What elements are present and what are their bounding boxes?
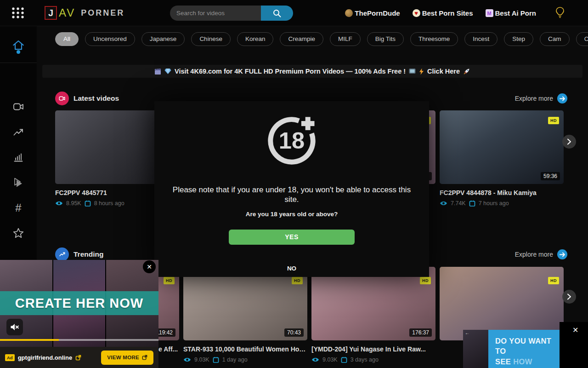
grid-dots (11, 6, 25, 19)
arrow-right-icon (557, 249, 567, 259)
link-best-porn-sites[interactable]: ♥ Best Porn Sites (413, 9, 473, 17)
link-theporndude[interactable]: ThePornDude (345, 9, 400, 17)
video-duration: 70:43 (284, 328, 304, 337)
upload-age: 8 hours ago (94, 200, 124, 207)
chip-big-tits[interactable]: Big Tits (367, 32, 404, 46)
link-label: Best Porn Sites (422, 9, 473, 17)
site-logo[interactable]: J AV PORNER (45, 6, 124, 20)
view-count: 9.03K (194, 356, 209, 363)
search-button[interactable] (261, 6, 293, 21)
section-title: Latest videos (74, 94, 119, 103)
sidebar-item-player[interactable] (0, 173, 37, 192)
ad-right-text: DO YOU WANT TO SEE HOW (488, 330, 560, 368)
video-title[interactable]: [YMDD-204] Yui Nagase In Live Raw... (311, 345, 435, 353)
header: J AV PORNER ThePornDude ♥ Best Porn Site… (0, 0, 588, 26)
clapperboard-icon (154, 68, 161, 75)
purple-m-icon: M (486, 9, 493, 17)
chip-all[interactable]: All (55, 32, 79, 46)
video-thumbnail[interactable]: HD 59:36 (440, 110, 564, 184)
banner-cta: Click Here (427, 68, 460, 75)
video-camera-icon (58, 95, 66, 102)
video-duration: 59:36 (541, 172, 560, 180)
latest-explore-more[interactable]: Explore more (515, 91, 567, 106)
hd-badge: HD (548, 277, 559, 284)
yes-button[interactable]: YES (229, 230, 355, 245)
chip-chinese[interactable]: Chinese (191, 32, 231, 46)
trending-next-arrow[interactable] (562, 290, 576, 304)
ad-right-close-button[interactable]: ✕ (572, 326, 578, 334)
video-ad-overlay: CREATE HER NOW ✕ Ad gptgirlfriend.online (0, 260, 158, 368)
latest-next-arrow[interactable] (562, 135, 576, 149)
video-title[interactable]: STAR-933 10,000 Beautiful Women Honj... (183, 345, 307, 353)
ad-progress-fill (0, 339, 59, 341)
sidebar-item-tags[interactable]: # (0, 199, 37, 218)
ad-right-backdrop: ✕ (560, 322, 588, 368)
play-icon (12, 177, 24, 189)
age-verification-modal: 18 Please note that if you are under 18,… (154, 101, 429, 277)
chip-uncensored[interactable]: Uncensored (85, 32, 135, 46)
video-camera-icon (12, 101, 24, 112)
video-card[interactable]: HD (440, 267, 564, 340)
ad-info-bar: Ad gptgirlfriend.online VIEW MORE (0, 347, 158, 368)
ad-close-button[interactable]: ✕ (143, 260, 156, 273)
ad-tag-badge: Ad (5, 354, 15, 361)
link-best-ai-porn[interactable]: M Best Ai Porn (486, 9, 536, 17)
search-input[interactable] (170, 6, 261, 21)
video-thumbnail[interactable]: HD 70:43 (183, 267, 307, 340)
age-gate-question: Are you 18 years old or above? (154, 211, 429, 218)
porndude-face-icon (345, 9, 353, 17)
video-title[interactable]: FC2PPV 4844878 - Miku Kamiya (440, 189, 564, 196)
latest-videos-header: Latest videos (55, 91, 119, 106)
trending-explore-more[interactable]: Explore more (515, 247, 567, 262)
apps-grid-icon[interactable] (11, 6, 25, 19)
chip-incest[interactable]: Incest (464, 32, 498, 46)
trending-icon (55, 247, 69, 261)
video-card[interactable]: HD 176:37 [YMDD-204] Yui Nagase In Live … (311, 267, 435, 363)
chip-korean[interactable]: Korean (237, 32, 274, 46)
promo-banner[interactable]: Visit 4K69.com for 4K FULL HD Premium Po… (42, 65, 582, 78)
bottom-right-ad[interactable]: ← DO YOU WANT TO SEE HOW (463, 330, 560, 368)
chip-milf[interactable]: MILF (330, 32, 361, 46)
video-thumbnail[interactable]: HD (440, 267, 564, 340)
ad-banner-band[interactable]: CREATE HER NOW (0, 291, 158, 315)
tv-icon (409, 68, 416, 75)
link-label: Best Ai Porn (495, 9, 536, 17)
search-icon (272, 9, 282, 18)
sidebar-item-videos[interactable] (0, 98, 37, 116)
chip-creampie[interactable]: Creampie (280, 32, 323, 46)
gem-icon (164, 68, 171, 75)
ad-progress-bar[interactable] (0, 339, 158, 341)
chip-other[interactable]: Other (576, 32, 588, 46)
sidebar-item-favorites[interactable] (0, 224, 37, 242)
link-label: ThePornDude (355, 9, 400, 17)
ad-domain-group[interactable]: Ad gptgirlfriend.online (5, 354, 81, 361)
chip-threesome[interactable]: Threesome (410, 32, 458, 46)
video-thumbnail[interactable]: HD 176:37 (311, 267, 435, 340)
sidebar-item-trending[interactable] (0, 123, 37, 142)
chip-japanese[interactable]: Japanese (141, 32, 185, 46)
external-link-icon (142, 355, 147, 360)
home-icon (11, 39, 25, 51)
lightbulb-icon[interactable] (555, 6, 565, 20)
hashtag-icon: # (12, 202, 24, 215)
calendar-icon (341, 356, 347, 363)
view-count: 8.95K (66, 200, 81, 207)
banner-text: Visit 4K69.com for 4K FULL HD Premium Po… (175, 68, 406, 75)
hd-badge: HD (164, 277, 175, 284)
logo-porner: PORNER (81, 8, 124, 18)
no-button[interactable]: NO (287, 265, 296, 272)
latest-videos-icon (55, 92, 69, 105)
video-meta: 9.03K 1 day ago (183, 356, 307, 363)
video-card[interactable]: HD 59:36 FC2PPV 4844878 - Miku Kamiya 7.… (440, 110, 564, 207)
chip-cam[interactable]: Cam (540, 32, 570, 46)
ad-thumbnail-placeholder: ← (463, 330, 488, 368)
sidebar-item-rankings[interactable] (0, 148, 37, 167)
search-bar (170, 6, 293, 21)
svg-text:#: # (15, 202, 22, 214)
muted-speaker-icon[interactable] (6, 319, 23, 335)
view-more-button[interactable]: VIEW MORE (101, 351, 153, 365)
logo-j: J (45, 6, 57, 20)
chip-step[interactable]: Step (504, 32, 533, 46)
video-card[interactable]: HD 70:43 STAR-933 10,000 Beautiful Women… (183, 267, 307, 363)
ad-banner-text: CREATE HER NOW (15, 296, 143, 311)
